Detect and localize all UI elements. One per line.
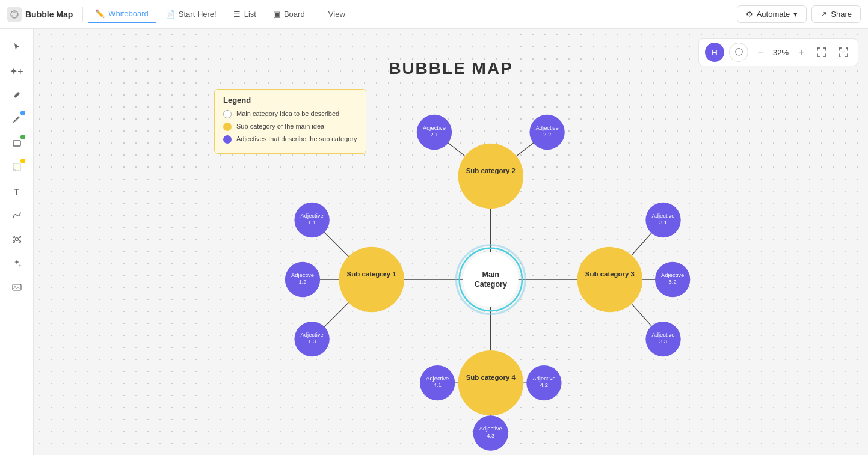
svg-text:Sub category 3: Sub category 3 — [585, 270, 635, 278]
share-icon: ↗ — [820, 10, 827, 19]
shape-dot — [20, 135, 25, 139]
tool-sticky[interactable] — [6, 156, 28, 178]
svg-text:1.2: 1.2 — [298, 279, 306, 285]
automate-chevron-icon: ▾ — [793, 10, 798, 19]
main-layout: ✦+ T — [0, 29, 868, 455]
tool-mindmap[interactable] — [6, 228, 28, 250]
tool-ai-shapes[interactable]: ✦+ — [6, 60, 28, 82]
bubble-map-svg: Sub category 1 Sub category 2 Sub catego… — [76, 29, 868, 455]
tool-link[interactable] — [6, 84, 28, 106]
tool-image[interactable] — [6, 276, 28, 298]
svg-rect-15 — [13, 284, 21, 290]
top-navigation: Bubble Map ✏️ Whiteboard 📄 Start Here! ☰… — [0, 0, 868, 29]
tool-shape[interactable] — [6, 132, 28, 154]
add-view-tab-label: + View — [322, 10, 345, 19]
tool-pen[interactable] — [6, 108, 28, 130]
svg-text:4.2: 4.2 — [540, 382, 548, 388]
logo-icon — [7, 7, 22, 22]
svg-point-32 — [339, 247, 404, 312]
svg-text:Adjective: Adjective — [651, 213, 674, 219]
svg-point-10 — [19, 241, 20, 243]
svg-text:Adjective: Adjective — [532, 376, 555, 382]
svg-text:Adjective: Adjective — [426, 376, 449, 382]
list-tab-label: List — [244, 10, 256, 19]
svg-point-9 — [13, 241, 14, 243]
automate-label: Automate — [757, 10, 790, 19]
automate-button[interactable]: ⚙ Automate ▾ — [737, 5, 807, 23]
svg-text:Adjective: Adjective — [651, 332, 674, 338]
svg-text:2.2: 2.2 — [543, 132, 551, 138]
svg-line-12 — [18, 237, 19, 238]
board-tab-label: Board — [284, 10, 305, 19]
tab-add-view[interactable]: + View — [315, 6, 352, 22]
svg-text:Adjective: Adjective — [423, 125, 446, 131]
svg-point-1 — [13, 11, 16, 13]
app-logo: Bubble Map — [7, 7, 73, 22]
svg-line-13 — [14, 240, 15, 241]
svg-text:3.3: 3.3 — [659, 338, 667, 344]
svg-point-2 — [11, 15, 13, 17]
svg-point-38 — [458, 350, 523, 415]
tool-pointer[interactable] — [6, 36, 28, 58]
canvas-area[interactable]: H ⓘ − 32% + BUBBLE MAP Legend Main categ… — [34, 29, 868, 455]
nav-right-actions: ⚙ Automate ▾ ↗ Share — [737, 5, 861, 23]
tool-text[interactable]: T — [6, 180, 28, 202]
left-toolbar: ✦+ T — [0, 29, 34, 455]
svg-text:4.1: 4.1 — [434, 382, 442, 388]
svg-point-8 — [19, 236, 20, 238]
svg-text:3.2: 3.2 — [669, 279, 677, 285]
svg-text:4.3: 4.3 — [487, 433, 494, 439]
start-here-tab-label: Start Here! — [179, 10, 217, 19]
board-tab-icon: ▣ — [273, 10, 280, 19]
svg-text:Adjective: Adjective — [479, 426, 502, 432]
svg-text:Adjective: Adjective — [661, 272, 684, 278]
svg-point-7 — [13, 236, 14, 238]
svg-text:3.1: 3.1 — [659, 219, 667, 225]
svg-text:Main: Main — [482, 270, 499, 279]
share-button[interactable]: ↗ Share — [811, 5, 861, 23]
tab-board[interactable]: ▣ Board — [266, 6, 312, 22]
svg-text:Adjective: Adjective — [301, 213, 324, 219]
svg-text:Sub category 4: Sub category 4 — [466, 374, 516, 381]
svg-point-6 — [15, 238, 18, 241]
tab-whiteboard[interactable]: ✏️ Whiteboard — [88, 5, 155, 23]
tab-start-here[interactable]: 📄 Start Here! — [158, 6, 224, 22]
app-title: Bubble Map — [25, 10, 73, 19]
nav-divider — [82, 7, 83, 22]
svg-text:Adjective: Adjective — [291, 272, 314, 278]
svg-text:Adjective: Adjective — [301, 332, 324, 338]
svg-text:1.1: 1.1 — [308, 219, 316, 225]
svg-line-11 — [14, 237, 15, 238]
start-here-tab-icon: 📄 — [165, 10, 175, 19]
tool-freehand[interactable] — [6, 204, 28, 226]
svg-point-36 — [577, 247, 642, 312]
whiteboard-tab-label: Whiteboard — [108, 9, 148, 18]
tool-magic[interactable] — [6, 252, 28, 274]
share-label: Share — [831, 10, 852, 19]
svg-point-3 — [16, 15, 18, 17]
svg-text:Category: Category — [475, 280, 507, 289]
svg-text:Sub category 1: Sub category 1 — [347, 270, 397, 278]
sticky-dot — [20, 159, 25, 163]
svg-line-14 — [18, 240, 19, 241]
svg-text:2.1: 2.1 — [430, 132, 438, 138]
svg-text:Sub category 2: Sub category 2 — [466, 167, 516, 174]
list-tab-icon: ☰ — [233, 10, 241, 19]
svg-text:1.3: 1.3 — [308, 338, 316, 344]
automate-icon: ⚙ — [746, 10, 753, 19]
pen-dot — [20, 111, 25, 115]
svg-text:Adjective: Adjective — [536, 125, 559, 131]
svg-rect-4 — [13, 141, 20, 146]
whiteboard-tab-icon: ✏️ — [95, 9, 105, 18]
svg-point-34 — [458, 144, 523, 209]
tab-list[interactable]: ☰ List — [226, 6, 263, 22]
